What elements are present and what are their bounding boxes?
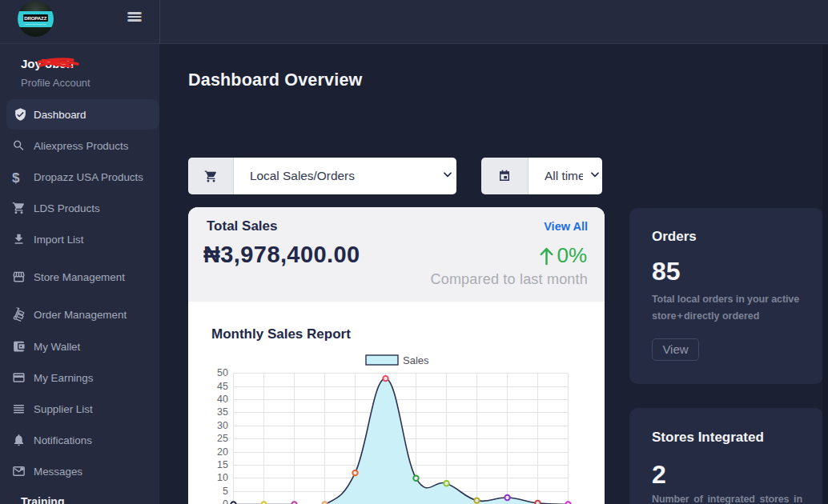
svg-text:5: 5: [223, 486, 228, 497]
svg-text:Sales: Sales: [403, 354, 429, 366]
svg-text:10: 10: [217, 472, 228, 483]
svg-text:45: 45: [217, 381, 228, 392]
svg-text:30: 30: [217, 420, 228, 431]
svg-text:50: 50: [217, 367, 228, 378]
svg-text:40: 40: [217, 394, 228, 405]
svg-text:0: 0: [223, 498, 228, 504]
svg-text:15: 15: [217, 459, 228, 470]
svg-text:35: 35: [217, 406, 228, 418]
svg-text:25: 25: [217, 433, 228, 444]
svg-text:20: 20: [217, 446, 228, 458]
